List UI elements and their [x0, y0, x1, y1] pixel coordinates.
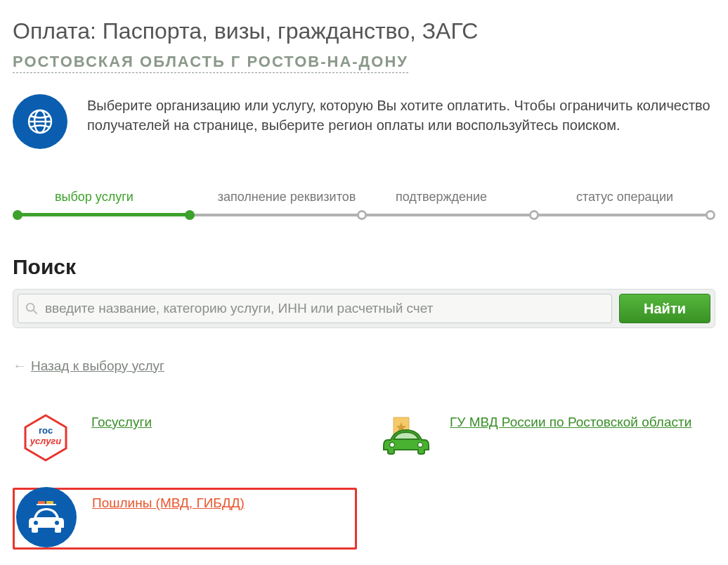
search-input[interactable]	[44, 294, 604, 323]
svg-point-6	[390, 443, 395, 448]
info-block: Выберите организацию или услугу, которую…	[13, 94, 715, 149]
globe-icon	[13, 94, 67, 149]
svg-point-7	[418, 443, 423, 448]
step-label-3: подтверждение	[364, 190, 519, 204]
step-label-1: выбор услуги	[20, 190, 209, 204]
search-title: Поиск	[13, 255, 715, 279]
step-dot	[529, 210, 539, 220]
services-grid: гос услуги Госуслуги ГУ МВД России	[13, 409, 715, 550]
step-label-4: статус операции	[519, 190, 708, 204]
svg-line-4	[34, 311, 37, 314]
back-arrow-icon: ←	[13, 358, 27, 374]
step-label-2: заполнение реквизитов	[209, 190, 364, 204]
svg-point-11	[34, 521, 38, 525]
step-dot	[13, 210, 22, 220]
find-button[interactable]: Найти	[619, 294, 710, 323]
svg-point-3	[27, 304, 34, 311]
region-selector[interactable]: РОСТОВСКАЯ ОБЛАСТЬ Г РОСТОВ-НА-ДОНУ	[13, 53, 408, 73]
shield-car-icon	[374, 413, 434, 462]
step-dot	[357, 210, 367, 220]
service-item-gumvd[interactable]: ГУ МВД России по Ростовской области	[371, 409, 715, 467]
service-link[interactable]: Пошлины (МВД, ГИБДД)	[92, 494, 245, 512]
info-text: Выберите организацию или услугу, которую…	[87, 94, 715, 135]
service-item-fees[interactable]: Пошлины (МВД, ГИБДД)	[13, 488, 357, 550]
service-link[interactable]: ГУ МВД России по Ростовской области	[450, 413, 691, 431]
gosuslugi-icon-text1: гос	[21, 426, 70, 435]
back-link[interactable]: Назад к выбору услуг	[31, 358, 164, 374]
gosuslugi-icon: гос услуги	[21, 413, 70, 462]
step-dot	[706, 210, 715, 220]
search-bar: Найти	[13, 289, 715, 328]
step-dot	[185, 210, 195, 220]
progress-stepper: выбор услуги заполнение реквизитов подтв…	[13, 190, 715, 221]
svg-point-12	[55, 521, 59, 525]
service-item-gosuslugi[interactable]: гос услуги Госуслуги	[13, 409, 357, 467]
police-car-icon	[16, 487, 77, 547]
service-link[interactable]: Госуслуги	[91, 413, 152, 431]
gosuslugi-icon-text2: услуги	[21, 436, 70, 446]
search-icon	[25, 302, 38, 315]
page-title: Оплата: Паспорта, визы, гражданство, ЗАГ…	[13, 18, 715, 44]
